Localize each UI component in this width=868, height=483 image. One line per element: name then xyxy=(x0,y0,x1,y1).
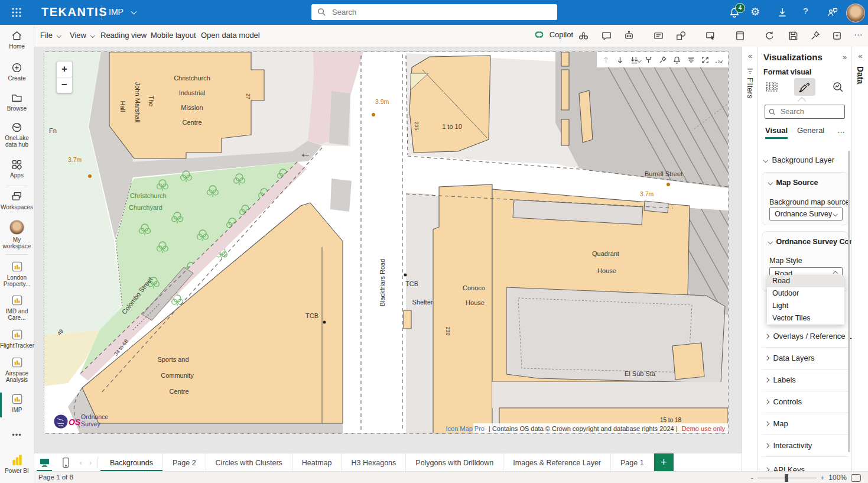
map-source-title[interactable]: Map Source xyxy=(769,179,848,187)
page-tab-page1[interactable]: Page 1 xyxy=(611,453,654,472)
more-options-icon[interactable]: … xyxy=(854,27,863,37)
page-tab-heatmap[interactable]: Heatmap xyxy=(292,453,342,472)
search-input[interactable] xyxy=(331,7,551,17)
dropdown-option-road[interactable]: Road xyxy=(767,275,844,287)
format-search-input[interactable] xyxy=(779,107,841,116)
dropdown-option-vector-tiles[interactable]: Vector Tiles xyxy=(767,312,844,325)
data-pane-title[interactable]: Data xyxy=(856,66,865,84)
add-page-button[interactable]: + xyxy=(654,453,674,472)
drill-down-icon[interactable] xyxy=(613,53,627,66)
filters-pane-title[interactable]: Filters xyxy=(746,77,755,98)
icon-map-visual[interactable]: … + − xyxy=(44,52,728,433)
comments-icon[interactable] xyxy=(601,30,612,41)
map-zoom-in-button[interactable]: + xyxy=(57,61,72,77)
next-page-arrow[interactable]: › xyxy=(86,453,95,472)
sidebar-item-workspaces[interactable]: Workspaces xyxy=(0,190,34,210)
analytics-button[interactable] xyxy=(827,78,849,96)
mobile-layout-button[interactable]: Mobile layout xyxy=(151,31,196,40)
sidebar-item-flighttracker[interactable]: FlightTracker xyxy=(0,328,34,349)
format-visual-button[interactable] xyxy=(794,78,815,96)
background-map-source-select[interactable]: Ordnance Survey xyxy=(769,208,843,221)
page-tab-circles-with-clusters[interactable]: Circles with Clusters xyxy=(206,453,292,472)
waffle-menu-icon[interactable] xyxy=(11,7,22,18)
format-search-box[interactable] xyxy=(765,105,845,119)
mobile-layout-button[interactable] xyxy=(55,453,76,472)
page-tab-images-reference-layer[interactable]: Images & Reference Layer xyxy=(503,453,611,472)
global-search-box[interactable] xyxy=(311,4,557,20)
open-data-model-button[interactable]: Open data model xyxy=(201,31,260,40)
section-overlays[interactable]: Overlays / Reference Lay... xyxy=(762,325,849,347)
page-tab-page2[interactable]: Page 2 xyxy=(163,453,206,472)
section-interactivity[interactable]: Interactivity xyxy=(762,435,849,456)
sidebar-item-browse[interactable]: Browse xyxy=(0,92,34,112)
file-menu[interactable]: File xyxy=(40,31,60,40)
settings-gear-icon[interactable]: ⚙ xyxy=(750,5,760,18)
build-visual-button[interactable] xyxy=(761,78,782,96)
shapes-icon[interactable] xyxy=(675,30,687,41)
page-tab-h3-hexagons[interactable]: H3 Hexagons xyxy=(342,453,407,472)
sidebar-item-imd-care[interactable]: IMD and Care... xyxy=(0,294,34,321)
copilot-button[interactable]: Copilot xyxy=(534,30,573,40)
sidebar-item-create[interactable]: Create xyxy=(0,61,34,82)
zoom-out-button[interactable]: - xyxy=(751,474,753,481)
background-layer-section[interactable]: Background Layer xyxy=(764,155,834,164)
icon-map-pro-link[interactable]: Icon Map Pro xyxy=(446,425,485,432)
optimize-icon[interactable] xyxy=(831,30,843,41)
sidebar-item-home[interactable]: Home xyxy=(0,30,34,50)
collapse-pane-icon[interactable]: » xyxy=(843,53,847,61)
brand-logo[interactable]: TEKANTIS xyxy=(41,5,108,19)
workspace-switcher[interactable]: IMP xyxy=(109,7,136,17)
sidebar-item-onelake[interactable]: OneLake data hub xyxy=(0,121,34,148)
tab-visual[interactable]: Visual xyxy=(765,126,788,139)
sidebar-item-airspace[interactable]: Airspace Analysis xyxy=(0,356,34,383)
desktop-layout-button[interactable] xyxy=(34,453,55,472)
zoom-in-button[interactable]: + xyxy=(821,474,825,481)
rail-overflow-button[interactable]: ••• xyxy=(0,432,34,438)
sidebar-item-my-workspace[interactable]: My workspace xyxy=(0,220,34,249)
visual-interactions-icon[interactable] xyxy=(705,30,716,41)
page-tab-polygons-with-drilldown[interactable]: Polygons with Drilldown xyxy=(406,453,503,472)
view-menu[interactable]: View xyxy=(70,31,94,40)
focus-mode-icon[interactable] xyxy=(698,53,712,66)
os-config-title[interactable]: Ordnance Survey Con... xyxy=(769,238,848,246)
sidebar-item-london-property[interactable]: London Property... xyxy=(0,260,34,287)
user-avatar[interactable] xyxy=(846,4,865,22)
text-box-icon[interactable] xyxy=(653,30,664,41)
drill-up-icon[interactable] xyxy=(599,53,613,66)
expand-all-icon[interactable] xyxy=(641,53,655,66)
dropdown-option-outdoor[interactable]: Outdoor xyxy=(767,287,844,300)
dropdown-option-light[interactable]: Light xyxy=(767,300,844,312)
download-icon[interactable] xyxy=(776,7,788,18)
explore-binoculars-icon[interactable] xyxy=(578,30,589,41)
map-zoom-out-button[interactable]: − xyxy=(57,77,72,93)
previous-page-arrow[interactable]: ‹ xyxy=(76,453,86,472)
expand-filters-icon[interactable]: « xyxy=(742,51,758,60)
section-data-layers[interactable]: Data Layers xyxy=(762,347,849,369)
pin-visual-icon[interactable] xyxy=(655,53,669,66)
reading-view-button[interactable]: Reading view xyxy=(100,31,147,40)
help-icon[interactable]: ? xyxy=(803,6,808,16)
section-labels[interactable]: Labels xyxy=(762,369,849,391)
section-controls[interactable]: Controls xyxy=(762,391,849,413)
tab-more-options[interactable]: … xyxy=(837,126,845,135)
tab-general[interactable]: General xyxy=(797,126,824,135)
section-map[interactable]: Map xyxy=(762,413,849,435)
expand-data-icon[interactable]: « xyxy=(852,51,868,60)
sidebar-item-imp[interactable]: IMP xyxy=(0,393,34,413)
page-tab-backgrounds[interactable]: Backgrounds xyxy=(100,453,163,472)
pin-icon[interactable] xyxy=(810,30,821,41)
sidebar-item-apps[interactable]: Apps xyxy=(0,158,34,179)
pane-scrollbar[interactable] xyxy=(848,151,850,452)
refresh-icon[interactable] xyxy=(764,30,775,41)
new-page-icon[interactable] xyxy=(734,30,746,41)
chatbot-icon[interactable] xyxy=(623,30,635,41)
rail-divider xyxy=(6,186,28,186)
fit-to-page-icon[interactable] xyxy=(851,474,861,482)
zoom-slider-thumb[interactable] xyxy=(785,474,788,482)
feedback-icon[interactable] xyxy=(827,7,838,18)
zoom-slider-track[interactable] xyxy=(758,478,817,478)
sidebar-item-label: Home xyxy=(9,43,25,50)
ordnance-survey-map[interactable]: Fn 3.7m 3.9m 3.7m The John Marshall Hall… xyxy=(44,52,728,433)
alert-icon[interactable] xyxy=(669,53,684,66)
save-icon[interactable] xyxy=(788,30,799,41)
